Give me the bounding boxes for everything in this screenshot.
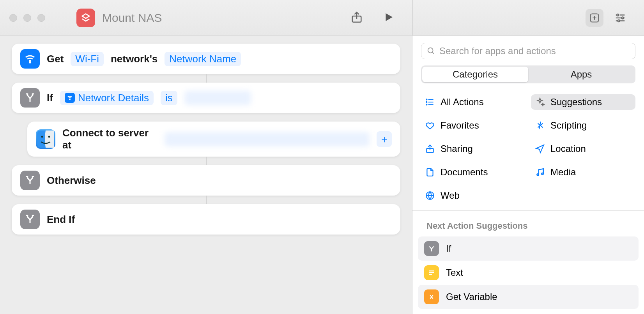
branch-icon bbox=[20, 210, 40, 229]
otherwise-label: Otherwise bbox=[47, 175, 96, 187]
segment-apps[interactable]: Apps bbox=[528, 67, 634, 82]
suggestion-text[interactable]: Text bbox=[418, 261, 639, 285]
flow-connector bbox=[206, 157, 207, 165]
svg-point-11 bbox=[30, 62, 31, 63]
suggestion-label: Text bbox=[446, 267, 463, 278]
svg-point-16 bbox=[428, 48, 433, 53]
svg-point-14 bbox=[41, 136, 43, 138]
svg-point-25 bbox=[537, 174, 538, 175]
category-media[interactable]: Media bbox=[531, 164, 635, 180]
titlebar: Mount NAS bbox=[0, 0, 644, 36]
minimize-window-button[interactable] bbox=[23, 14, 31, 22]
token-network-name[interactable]: Network Name bbox=[165, 52, 241, 66]
action-if[interactable]: If Network Details is ████████ bbox=[12, 83, 400, 113]
play-icon[interactable] bbox=[383, 11, 395, 25]
token-condition-value[interactable]: ████████ bbox=[184, 91, 251, 105]
category-label: Scripting bbox=[550, 120, 587, 131]
next-actions-header: Next Action Suggestions bbox=[412, 211, 644, 236]
svg-point-23 bbox=[426, 104, 427, 105]
endif-label: End If bbox=[47, 213, 75, 226]
workflow-canvas[interactable]: Get Wi-Fi network's Network Name If Netw… bbox=[0, 36, 412, 314]
add-server-button[interactable]: ＋ bbox=[377, 131, 392, 147]
svg-point-12 bbox=[69, 99, 70, 100]
flow-connector bbox=[206, 196, 207, 204]
category-scripting[interactable]: Scripting bbox=[531, 118, 635, 133]
category-documents[interactable]: Documents bbox=[421, 164, 525, 180]
token-server-address[interactable]: ████████████████████████████ bbox=[165, 132, 370, 146]
search-placeholder: Search for apps and actions bbox=[439, 46, 556, 56]
category-label: Documents bbox=[441, 167, 488, 178]
suggestions-list: If Text Get Variable bbox=[412, 236, 644, 309]
categories-grid: All Actions Suggestions Favorites Script… bbox=[412, 83, 644, 211]
action-otherwise[interactable]: Otherwise bbox=[12, 165, 400, 196]
branch-icon bbox=[20, 171, 40, 190]
text-connector: network's bbox=[111, 53, 157, 65]
suggestion-if[interactable]: If bbox=[418, 236, 639, 261]
search-input[interactable]: Search for apps and actions bbox=[421, 43, 635, 59]
svg-point-8 bbox=[618, 20, 620, 22]
svg-point-2 bbox=[617, 14, 619, 16]
action-connect-to-server[interactable]: Connect to server at ███████████████████… bbox=[27, 122, 400, 157]
segment-categories[interactable]: Categories bbox=[422, 67, 528, 82]
category-label: Favorites bbox=[441, 120, 479, 131]
category-label: All Actions bbox=[441, 97, 484, 108]
if-verb: If bbox=[47, 92, 53, 104]
svg-point-22 bbox=[426, 102, 427, 102]
action-get-network-details[interactable]: Get Wi-Fi network's Network Name bbox=[12, 44, 400, 74]
shortcut-icon bbox=[76, 9, 95, 27]
category-label: Web bbox=[441, 190, 460, 201]
zoom-window-button[interactable] bbox=[37, 14, 45, 22]
token-network-details[interactable]: Network Details bbox=[60, 91, 154, 105]
share-icon[interactable] bbox=[350, 11, 363, 25]
settings-icon[interactable] bbox=[611, 9, 629, 27]
svg-point-15 bbox=[48, 136, 50, 138]
library-sidebar: Search for apps and actions Categories A… bbox=[412, 36, 644, 314]
token-label: Network Details bbox=[78, 92, 149, 104]
suggestion-label: Get Variable bbox=[446, 291, 497, 302]
wifi-mini-icon bbox=[65, 93, 75, 103]
suggestion-label: If bbox=[446, 243, 451, 254]
suggestion-get-variable[interactable]: Get Variable bbox=[418, 285, 639, 309]
connect-verb: Connect to server at bbox=[62, 127, 157, 151]
library-toggle-button[interactable] bbox=[586, 9, 603, 27]
category-location[interactable]: Location bbox=[531, 141, 635, 157]
branch-icon bbox=[424, 241, 439, 256]
toolbar-divider bbox=[412, 0, 413, 35]
category-suggestions[interactable]: Suggestions bbox=[531, 94, 635, 110]
category-label: Location bbox=[550, 143, 586, 154]
category-favorites[interactable]: Favorites bbox=[421, 118, 525, 133]
flow-connector bbox=[206, 74, 207, 83]
svg-line-17 bbox=[432, 52, 434, 54]
category-sharing[interactable]: Sharing bbox=[421, 141, 525, 157]
svg-point-26 bbox=[541, 173, 543, 175]
segmented-control[interactable]: Categories Apps bbox=[421, 65, 635, 83]
category-label: Sharing bbox=[441, 143, 473, 154]
variable-icon bbox=[424, 289, 439, 304]
finder-icon bbox=[36, 129, 55, 149]
token-wifi[interactable]: Wi-Fi bbox=[71, 52, 104, 66]
action-end-if[interactable]: End If bbox=[12, 204, 400, 235]
svg-point-21 bbox=[426, 99, 427, 100]
wifi-icon bbox=[20, 49, 40, 69]
shortcut-title: Mount NAS bbox=[102, 11, 162, 25]
category-label: Media bbox=[550, 167, 576, 178]
window-controls bbox=[9, 14, 45, 22]
category-web[interactable]: Web bbox=[421, 188, 525, 203]
svg-point-5 bbox=[622, 17, 624, 19]
close-window-button[interactable] bbox=[9, 14, 17, 22]
search-icon bbox=[427, 47, 435, 55]
category-label: Suggestions bbox=[550, 97, 602, 108]
token-condition-op[interactable]: is bbox=[161, 91, 177, 105]
action-verb: Get bbox=[47, 53, 64, 65]
text-icon bbox=[424, 265, 439, 280]
branch-icon bbox=[20, 88, 40, 108]
category-all-actions[interactable]: All Actions bbox=[421, 94, 525, 110]
